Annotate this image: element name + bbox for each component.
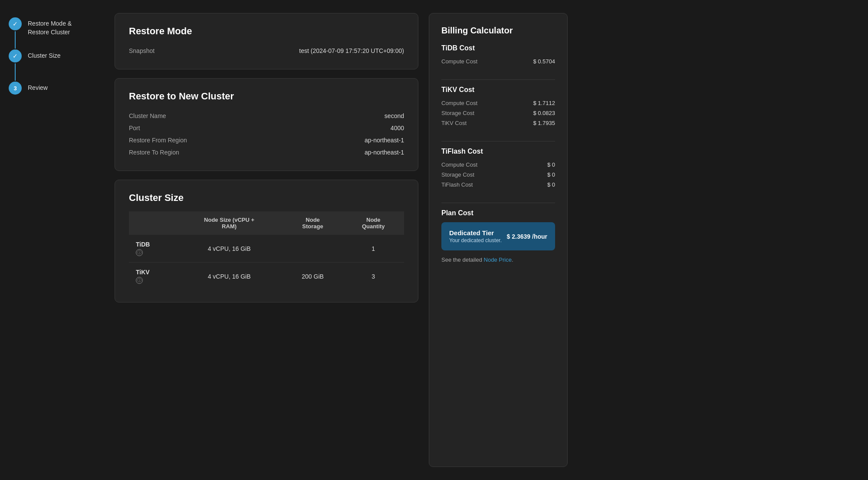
table-header-row: Node Size (vCPU +RAM) NodeStorage NodeQu… [129, 211, 404, 235]
tidb-name-cell: TiDB ⓘ [129, 235, 176, 263]
step-connector-2: ✓ [9, 49, 22, 82]
tidb-info-icon[interactable]: ⓘ [136, 249, 143, 256]
tidb-name: TiDB [136, 241, 169, 248]
restore-mode-card: Restore Mode Snapshot test (2024-07-09 1… [115, 13, 418, 69]
port-label: Port [129, 125, 140, 132]
col-header-node-size: Node Size (vCPU +RAM) [176, 211, 283, 235]
tikv-compute-value: $ 1.7112 [533, 100, 555, 106]
step-circle-1: ✓ [9, 17, 22, 30]
main-content: Restore Mode Snapshot test (2024-07-09 1… [115, 13, 418, 467]
step-item-3: 3 Review [9, 82, 104, 95]
cluster-name-value: second [385, 112, 404, 119]
tidb-storage [283, 235, 343, 263]
plan-card-desc: Your dedicated cluster. [449, 237, 502, 243]
billing-sidebar: Billing Calculator TiDB Cost Compute Cos… [429, 13, 568, 467]
node-price-suffix: . [512, 256, 513, 263]
tikv-storage-row: Storage Cost $ 0.0823 [441, 108, 555, 118]
step-circle-2: ✓ [9, 49, 22, 62]
tidb-cost-section: TiDB Cost Compute Cost $ 0.5704 [441, 44, 555, 66]
billing-title: Billing Calculator [441, 26, 555, 36]
restore-mode-title: Restore Mode [129, 26, 404, 37]
snapshot-value: test (2024-07-09 17:57:20 UTC+09:00) [299, 47, 404, 54]
node-price-link[interactable]: Node Price [484, 256, 512, 263]
restore-from-region-label: Restore From Region [129, 137, 187, 144]
tikv-storage: 200 GiB [283, 263, 343, 290]
tidb-compute-row: Compute Cost $ 0.5704 [441, 56, 555, 66]
node-price-link-text: See the detailed Node Price. [441, 256, 555, 263]
tiflash-total-row: TiFlash Cost $ 0 [441, 180, 555, 190]
step-item-2: ✓ Cluster Size [9, 49, 104, 82]
snapshot-label: Snapshot [129, 47, 155, 54]
plan-card: Dedicated Tier Your dedicated cluster. $… [441, 222, 555, 250]
snapshot-row: Snapshot test (2024-07-09 17:57:20 UTC+0… [129, 45, 404, 57]
restore-to-region-label: Restore To Region [129, 149, 179, 156]
table-row-tidb: TiDB ⓘ 4 vCPU, 16 GiB 1 [129, 235, 404, 263]
step-line-2 [15, 63, 16, 81]
tikv-total-row: TiKV Cost $ 1.7935 [441, 118, 555, 128]
tiflash-compute-value: $ 0 [547, 161, 555, 168]
tikv-cost-section: TiKV Cost Compute Cost $ 1.7112 Storage … [441, 86, 555, 128]
sidebar: ✓ Restore Mode & Restore Cluster ✓ Clust… [9, 13, 104, 467]
tidb-node-size: 4 vCPU, 16 GiB [176, 235, 283, 263]
port-value: 4000 [391, 125, 404, 132]
checkmark-icon-2: ✓ [13, 53, 18, 59]
step-circle-3: 3 [9, 82, 22, 95]
divider-3 [441, 203, 555, 203]
tikv-storage-value: $ 0.0823 [533, 110, 555, 116]
tiflash-cost-title: TiFlash Cost [441, 148, 555, 155]
col-header-storage: NodeStorage [283, 211, 343, 235]
col-header-quantity: NodeQuantity [343, 211, 404, 235]
plan-cost-title: Plan Cost [441, 209, 555, 217]
restore-to-region-value: ap-northeast-1 [365, 149, 404, 156]
tikv-quantity: 3 [343, 263, 404, 290]
restore-from-region-row: Restore From Region ap-northeast-1 [129, 134, 404, 146]
tiflash-storage-value: $ 0 [547, 171, 555, 178]
cluster-size-title: Cluster Size [129, 192, 404, 204]
tikv-name: TiKV [136, 269, 169, 276]
tiflash-storage-row: Storage Cost $ 0 [441, 170, 555, 180]
tikv-total-label: TiKV Cost [441, 120, 467, 126]
tikv-name-cell: TiKV ⓘ [129, 263, 176, 290]
step-line-1 [15, 31, 16, 49]
tikv-total-value: $ 1.7935 [533, 120, 555, 126]
cluster-name-label: Cluster Name [129, 112, 166, 119]
tidb-compute-value: $ 0.5704 [533, 58, 555, 65]
step-connector-3: 3 [9, 82, 22, 95]
page-layout: ✓ Restore Mode & Restore Cluster ✓ Clust… [0, 0, 868, 480]
tikv-node-size: 4 vCPU, 16 GiB [176, 263, 283, 290]
tiflash-compute-row: Compute Cost $ 0 [441, 160, 555, 170]
step-label-1: Restore Mode & Restore Cluster [28, 17, 72, 36]
cluster-size-card: Cluster Size Node Size (vCPU +RAM) NodeS… [115, 180, 418, 302]
restore-to-region-row: Restore To Region ap-northeast-1 [129, 146, 404, 158]
node-price-prefix: See the detailed [441, 256, 484, 263]
step-connector-1: ✓ [9, 17, 22, 49]
tikv-info-icon[interactable]: ⓘ [136, 277, 143, 284]
cluster-name-row: Cluster Name second [129, 110, 404, 122]
table-row-tikv: TiKV ⓘ 4 vCPU, 16 GiB 200 GiB 3 [129, 263, 404, 290]
restore-cluster-title: Restore to New Cluster [129, 91, 404, 102]
tidb-cost-title: TiDB Cost [441, 44, 555, 52]
tikv-compute-row: Compute Cost $ 1.7112 [441, 98, 555, 108]
tiflash-total-value: $ 0 [547, 181, 555, 188]
plan-cost-section: Plan Cost Dedicated Tier Your dedicated … [441, 209, 555, 263]
tiflash-cost-section: TiFlash Cost Compute Cost $ 0 Storage Co… [441, 148, 555, 190]
plan-card-info: Dedicated Tier Your dedicated cluster. [449, 229, 502, 243]
tidb-compute-label: Compute Cost [441, 58, 477, 65]
divider-1 [441, 79, 555, 80]
step-number-3: 3 [13, 85, 16, 92]
tiflash-compute-label: Compute Cost [441, 161, 477, 168]
step-item-1: ✓ Restore Mode & Restore Cluster [9, 17, 104, 49]
tiflash-total-label: TiFlash Cost [441, 181, 473, 188]
cluster-size-table: Node Size (vCPU +RAM) NodeStorage NodeQu… [129, 211, 404, 290]
divider-2 [441, 141, 555, 141]
col-header-name [129, 211, 176, 235]
port-row: Port 4000 [129, 122, 404, 134]
checkmark-icon-1: ✓ [13, 20, 18, 27]
plan-card-name: Dedicated Tier [449, 229, 502, 237]
tidb-quantity: 1 [343, 235, 404, 263]
plan-card-price: $ 2.3639 /hour [507, 233, 547, 240]
tikv-cost-title: TiKV Cost [441, 86, 555, 94]
step-label-3: Review [28, 82, 48, 92]
tikv-compute-label: Compute Cost [441, 100, 477, 106]
tiflash-storage-label: Storage Cost [441, 171, 474, 178]
